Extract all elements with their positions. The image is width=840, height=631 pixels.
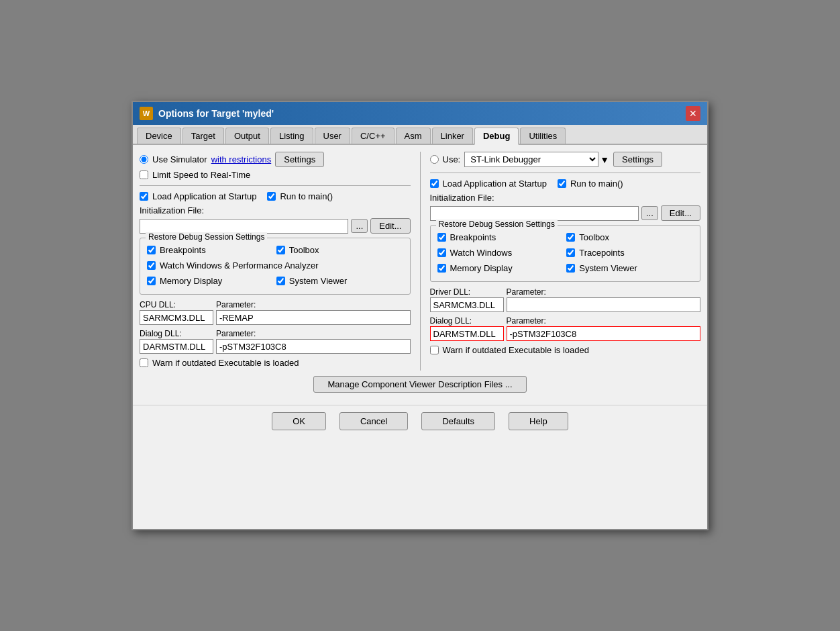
left-dialog-dll-label: Dialog DLL:: [140, 329, 213, 338]
use-debugger-radio[interactable]: [430, 155, 439, 164]
two-column-layout: Use Simulator with restrictions Settings…: [140, 152, 700, 371]
left-dialog-dll-param-label: Parameter:: [216, 329, 411, 338]
left-load-app-label: Load Application at Startup: [152, 191, 256, 201]
left-toolbox-row: Toolbox: [276, 245, 403, 255]
right-load-app-checkbox[interactable]: [430, 179, 439, 188]
right-tracepoints-checkbox[interactable]: [566, 248, 575, 257]
right-tracepoints-label: Tracepoints: [579, 248, 624, 258]
limit-speed-checkbox[interactable]: [140, 171, 148, 179]
right-breakpoints-checkbox[interactable]: [437, 233, 446, 242]
right-restore-debug-title: Restore Debug Session Settings: [436, 220, 558, 229]
dialog-buttons: OK Cancel Defaults Help: [133, 405, 707, 437]
tab-target[interactable]: Target: [182, 128, 224, 144]
left-cpu-dll-pair: [140, 310, 411, 325]
left-init-file-label: Initialization File:: [140, 205, 411, 215]
left-load-app-checkbox[interactable]: [140, 192, 148, 201]
defaults-button[interactable]: Defaults: [421, 412, 495, 430]
right-browse-button[interactable]: ...: [641, 206, 658, 220]
manage-component-button[interactable]: Manage Component Viewer Description File…: [313, 376, 526, 393]
tab-listing[interactable]: Listing: [270, 128, 313, 144]
manage-btn-row: Manage Component Viewer Description File…: [140, 376, 700, 393]
app-icon: W: [140, 107, 153, 120]
left-edit-button[interactable]: Edit...: [370, 218, 410, 234]
use-debugger-row: Use: ST-Link Debugger ▼ Settings: [430, 152, 701, 167]
limit-speed-label: Limit Speed to Real-Time: [152, 170, 250, 180]
left-system-viewer-row: System Viewer: [276, 276, 403, 286]
left-init-file-input[interactable]: [140, 219, 348, 234]
use-label: Use:: [443, 154, 461, 164]
left-browse-button[interactable]: ...: [351, 219, 368, 233]
right-warn-label: Warn if outdated Executable is loaded: [443, 345, 590, 355]
right-edit-button[interactable]: Edit...: [661, 205, 700, 221]
load-run-row: Load Application at Startup Run to main(…: [140, 191, 411, 201]
left-breakpoints-label: Breakpoints: [160, 245, 206, 255]
right-dialog-dll-labels: Dialog DLL: Parameter:: [430, 316, 701, 326]
left-dialog-dll-input[interactable]: [140, 339, 213, 354]
right-driver-dll-input[interactable]: [430, 297, 504, 312]
right-init-file-input[interactable]: [430, 206, 639, 221]
right-dialog-dll-param-input[interactable]: [507, 326, 701, 341]
right-run-to-main-label: Run to main(): [570, 179, 623, 189]
right-settings-button[interactable]: Settings: [613, 152, 662, 167]
use-simulator-label: Use Simulator: [152, 154, 207, 164]
left-warn-checkbox[interactable]: [140, 358, 148, 367]
cancel-button[interactable]: Cancel: [339, 412, 408, 430]
right-init-file-label: Initialization File:: [430, 193, 701, 203]
right-column: Use: ST-Link Debugger ▼ Settings Load Ap…: [430, 152, 701, 371]
ok-button[interactable]: OK: [272, 412, 326, 430]
right-restore-debug-inner: Breakpoints Toolbox Watch Windows T: [437, 232, 694, 276]
tab-debug[interactable]: Debug: [474, 128, 519, 145]
tab-asm[interactable]: Asm: [396, 128, 431, 144]
right-run-to-main-checkbox[interactable]: [558, 179, 566, 188]
left-breakpoints-checkbox[interactable]: [147, 246, 156, 254]
right-memory-display-label: Memory Display: [450, 263, 513, 273]
right-load-app-label: Load Application at Startup: [443, 179, 547, 189]
tab-user[interactable]: User: [315, 128, 350, 144]
left-cpu-dll-input[interactable]: [140, 310, 213, 325]
tab-device[interactable]: Device: [137, 128, 181, 144]
left-settings-button[interactable]: Settings: [275, 152, 324, 167]
right-dialog-dll-pair: [430, 326, 701, 341]
use-simulator-radio[interactable]: [140, 155, 148, 164]
right-system-viewer-checkbox[interactable]: [566, 264, 575, 273]
right-memory-display-checkbox[interactable]: [437, 264, 446, 273]
left-toolbox-label: Toolbox: [289, 245, 319, 255]
debugger-select[interactable]: ST-Link Debugger: [464, 152, 598, 167]
tab-utilities[interactable]: Utilities: [520, 128, 566, 144]
left-system-viewer-checkbox[interactable]: [276, 277, 285, 285]
right-watch-windows-checkbox[interactable]: [437, 248, 446, 257]
right-driver-dll-param-label: Parameter:: [507, 287, 701, 297]
column-divider: [420, 152, 421, 371]
options-dialog: W Options for Target 'myled' ✕ Device Ta…: [132, 101, 708, 530]
left-memory-display-checkbox[interactable]: [147, 277, 156, 285]
right-init-file-row: ... Edit...: [430, 205, 701, 221]
right-system-viewer-label: System Viewer: [579, 263, 637, 273]
left-dialog-dll-param-input[interactable]: [216, 339, 411, 354]
right-tracepoints-row: Tracepoints: [566, 248, 693, 258]
left-watch-windows-checkbox[interactable]: [147, 261, 156, 270]
use-simulator-row: Use Simulator with restrictions Settings: [140, 152, 411, 167]
left-toolbox-checkbox[interactable]: [276, 246, 285, 254]
right-toolbox-row: Toolbox: [566, 232, 693, 242]
left-watch-windows-label: Watch Windows & Performance Analyzer: [160, 260, 319, 271]
right-warn-row: Warn if outdated Executable is loaded: [430, 345, 701, 355]
right-system-viewer-row: System Viewer: [566, 263, 693, 273]
right-dialog-dll-param-label: Parameter:: [507, 316, 701, 326]
close-button[interactable]: ✕: [686, 106, 700, 121]
left-cpu-dll-param-input[interactable]: [216, 310, 411, 325]
tab-cpp[interactable]: C/C++: [352, 128, 395, 144]
right-toolbox-label: Toolbox: [579, 232, 609, 242]
tab-linker[interactable]: Linker: [432, 128, 473, 144]
left-run-to-main-checkbox[interactable]: [267, 192, 276, 201]
left-restore-debug-inner: Breakpoints Toolbox Watch Windows & Perf…: [147, 245, 403, 289]
left-breakpoints-row: Breakpoints: [147, 245, 274, 255]
right-driver-dll-section: Driver DLL: Parameter:: [430, 287, 701, 312]
with-restrictions-link[interactable]: with restrictions: [211, 154, 272, 164]
right-warn-checkbox[interactable]: [430, 346, 439, 354]
tab-output[interactable]: Output: [225, 128, 269, 144]
right-toolbox-checkbox[interactable]: [566, 233, 575, 242]
limit-speed-row: Limit Speed to Real-Time: [140, 170, 411, 180]
right-driver-dll-param-input[interactable]: [507, 297, 701, 312]
help-button[interactable]: Help: [509, 412, 568, 430]
right-dialog-dll-input[interactable]: [430, 326, 504, 341]
